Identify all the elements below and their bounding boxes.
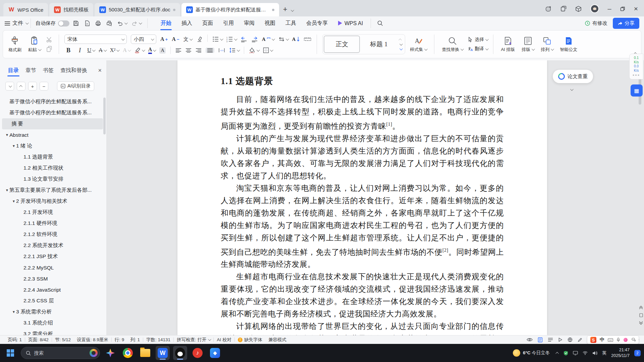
- highlight-button[interactable]: [134, 47, 144, 53]
- outline-item[interactable]: 3.1 系统介绍: [0, 317, 105, 328]
- previous-page-button[interactable]: [639, 305, 643, 310]
- status-节[interactable]: 节: 5/12: [52, 337, 74, 343]
- sidebar-tab-目录[interactable]: 目录: [5, 65, 21, 76]
- ai-assistant-icon[interactable]: [545, 5, 552, 12]
- style-heading-1[interactable]: 标题 1: [361, 36, 397, 53]
- status-设置值[interactable]: 设置值: 8.9厘米: [74, 337, 111, 343]
- distribute-button[interactable]: <>: [218, 48, 225, 53]
- ime-toolbar[interactable]: S 中: [587, 336, 639, 344]
- tray-ime-lang[interactable]: 英: [602, 350, 606, 356]
- collapse-all-button[interactable]: [5, 82, 14, 90]
- underline-button[interactable]: U: [87, 47, 95, 54]
- restore-button[interactable]: [620, 6, 625, 11]
- cut-icon[interactable]: [46, 36, 53, 43]
- chinese-convert-button[interactable]: [278, 37, 288, 42]
- sidebar-tab-章节[interactable]: 章节: [23, 65, 39, 76]
- arrange-button[interactable]: 排列: [539, 36, 555, 53]
- outline-item[interactable]: 2.1.1 硬件环境: [0, 218, 105, 229]
- sidebar-tab-书签[interactable]: 书签: [40, 65, 56, 76]
- share-button[interactable]: 分享: [613, 18, 639, 29]
- outline-item[interactable]: ▼第五章主要展示了系统开发后各部...: [0, 185, 105, 196]
- font-color-button[interactable]: A: [148, 47, 156, 54]
- document-page[interactable]: 1.1 选题背景 目前，随着网络在我们生活中的普及，越来越多的线下企业为了适应发…: [177, 60, 547, 335]
- vertical-scrollbar[interactable]: [637, 62, 643, 333]
- strikethrough-button[interactable]: A: [99, 47, 106, 53]
- italic-button[interactable]: I: [76, 47, 83, 54]
- text-effects-button[interactable]: A: [123, 47, 130, 53]
- expand-arrow-icon[interactable]: ▼: [11, 144, 16, 148]
- taskbar-app-icon[interactable]: ◆: [208, 346, 222, 360]
- pinyin-guide-button[interactable]: 文: [183, 36, 192, 43]
- start-button[interactable]: [3, 346, 17, 360]
- increase-indent-button[interactable]: [251, 36, 258, 42]
- justify-button[interactable]: [206, 48, 214, 53]
- ime-skin-icon[interactable]: [624, 338, 628, 342]
- ai-layout-button[interactable]: AI 排版: [499, 36, 517, 53]
- windows-stack-icon[interactable]: [560, 6, 567, 12]
- menu-tab-开始[interactable]: 开始: [156, 17, 176, 29]
- paper-check-collapse[interactable]: [570, 87, 574, 91]
- expand-all-button[interactable]: [17, 82, 25, 90]
- notification-badge[interactable]: 2: [634, 350, 641, 356]
- ime-keyboard-icon[interactable]: [608, 338, 613, 342]
- menu-tab-会员专享[interactable]: 会员专享: [301, 17, 333, 29]
- print-layout-icon[interactable]: [538, 337, 543, 343]
- tray-volume-icon[interactable]: [592, 351, 597, 355]
- tab-list-dropdown[interactable]: [291, 7, 295, 16]
- taskbar-qq-icon[interactable]: [173, 346, 187, 360]
- menu-tab-页面[interactable]: 页面: [197, 17, 218, 29]
- taskbar-music-icon[interactable]: ♪: [191, 346, 205, 360]
- menu-tab-视图[interactable]: 视图: [260, 17, 280, 29]
- tray-expand-icon[interactable]: [556, 352, 559, 354]
- redo-button[interactable]: [131, 20, 141, 26]
- style-scroll-down[interactable]: [399, 42, 403, 46]
- outline-item[interactable]: 2.2.4 JavaScript: [0, 284, 105, 295]
- style-body-text[interactable]: 正文: [324, 36, 360, 53]
- outline-item[interactable]: ▼3 系统需求分析: [0, 306, 105, 317]
- close-button[interactable]: ×: [634, 5, 638, 13]
- fullscreen-play-icon[interactable]: [558, 338, 562, 342]
- modified-status[interactable]: 有修改: [585, 20, 607, 26]
- zoom-in-outline-button[interactable]: +: [28, 82, 37, 90]
- ime-toolbox-icon[interactable]: [631, 338, 636, 342]
- outline-item[interactable]: 2.2.5 CSS 层: [0, 295, 105, 306]
- outline-view-icon[interactable]: [548, 338, 553, 342]
- expand-arrow-icon[interactable]: ▼: [11, 310, 16, 314]
- app-center-icon[interactable]: [575, 6, 582, 12]
- status-AI 校对[interactable]: AI 校对: [214, 337, 234, 343]
- font-size-select[interactable]: 小四: [131, 35, 156, 44]
- autosave-toggle[interactable]: [58, 20, 69, 26]
- taskbar-chrome-icon[interactable]: [121, 346, 135, 360]
- outline-item[interactable]: 2.2.1 JSP 技术: [0, 251, 105, 262]
- copy-icon[interactable]: [46, 46, 53, 52]
- new-tab-button[interactable]: +: [279, 5, 291, 16]
- layout-button[interactable]: 排版: [520, 36, 536, 53]
- outline-scrollbar[interactable]: [103, 98, 106, 134]
- side-dock-app-icon[interactable]: ▦: [631, 84, 643, 97]
- tray-network-icon[interactable]: [583, 351, 588, 355]
- menu-tab-WPS AI[interactable]: WPS AI: [333, 18, 368, 29]
- align-right-button[interactable]: [196, 48, 202, 53]
- ime-mic-icon[interactable]: [616, 338, 620, 342]
- document-tab[interactable]: W找稻壳模板: [49, 3, 93, 16]
- sogou-logo-icon[interactable]: S: [590, 337, 596, 343]
- decrease-indent-button[interactable]: [240, 36, 247, 42]
- character-shading-button[interactable]: A: [159, 47, 166, 54]
- superscript-button[interactable]: X²: [110, 47, 119, 53]
- network-speed-widget[interactable]: 0.1K/s 0.0K/s ●●●: [629, 54, 643, 79]
- document-tab[interactable]: W基于微信小程序的生鲜配送服务系: [181, 3, 279, 16]
- web-view-icon[interactable]: [568, 337, 573, 342]
- outline-item[interactable]: 2.1 开发环境: [0, 207, 105, 218]
- next-page-button[interactable]: [639, 321, 643, 325]
- tray-display-icon[interactable]: [573, 351, 578, 355]
- tray-shield-icon[interactable]: [564, 351, 568, 356]
- status-页码[interactable]: 页码: 1: [5, 337, 25, 343]
- status-缺失字体[interactable]: !缺失字体: [235, 337, 265, 343]
- bullet-list-button[interactable]: [212, 36, 222, 42]
- outline-item[interactable]: 2.2.3 SSM: [0, 273, 105, 284]
- bold-button[interactable]: B: [64, 47, 72, 54]
- expand-arrow-icon[interactable]: ▼: [5, 133, 9, 137]
- edit-mode-icon[interactable]: [578, 338, 582, 342]
- outline-item[interactable]: 2.2 系统开发技术: [0, 240, 105, 251]
- menu-tab-插入[interactable]: 插入: [176, 17, 197, 29]
